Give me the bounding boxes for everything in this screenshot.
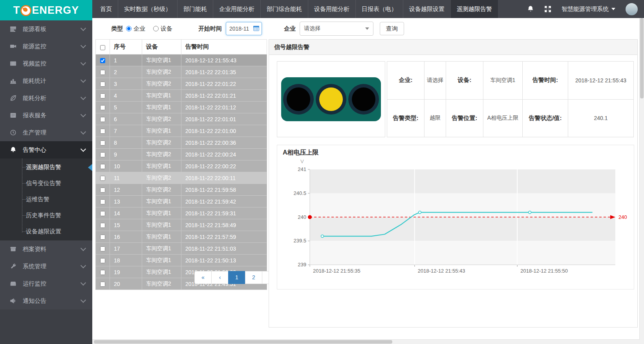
type-radio[interactable] <box>153 26 159 31</box>
page-button-«[interactable]: « <box>194 271 212 284</box>
page-button-2[interactable]: 2 <box>245 271 262 284</box>
row-checkbox[interactable] <box>100 105 105 110</box>
sidebar-item-2[interactable]: 视频监控 <box>0 55 92 72</box>
sidebar-item-1[interactable]: 能源监控 <box>0 38 92 55</box>
chart-band <box>310 241 615 265</box>
cell-device: 车间空调1 <box>142 160 181 172</box>
row-checkbox[interactable] <box>100 82 105 87</box>
top-nav-item-0[interactable]: 首页 <box>94 0 118 18</box>
row-checkbox[interactable] <box>100 282 105 287</box>
row-checkbox[interactable] <box>100 258 105 263</box>
sidebar-footer <box>0 309 92 344</box>
row-checkbox[interactable] <box>100 187 105 193</box>
tree-tick <box>22 231 26 232</box>
system-name-menu[interactable]: 智慧能源管理系统 <box>562 5 615 13</box>
table-row[interactable]: 18车间空调12018-11-22 21:50:13 <box>96 255 267 266</box>
type-radio[interactable] <box>126 26 132 31</box>
table-row[interactable]: 8车间空调22018-11-22 22:00:36 <box>96 137 267 149</box>
sidebar-subitem-7-4[interactable]: 设备越限设置 <box>0 224 92 240</box>
top-nav-item-1[interactable]: 实时数据（秒级） <box>118 0 177 18</box>
logo-prefix: T <box>13 4 20 16</box>
table-row[interactable]: 6车间空调22018-11-22 22:01:01 <box>96 113 267 125</box>
sidebar-item-9[interactable]: 系统管理 <box>0 258 92 275</box>
sidebar-item-7[interactable]: 告警中心 <box>0 141 92 158</box>
row-checkbox[interactable] <box>100 129 105 134</box>
table-row[interactable]: 5车间空调12018-11-22 22:01:12 <box>96 102 267 113</box>
row-checkbox[interactable] <box>100 199 105 204</box>
select-all-checkbox[interactable] <box>100 45 105 50</box>
row-checkbox[interactable] <box>100 152 105 157</box>
sidebar-item-0[interactable]: 能源看板 <box>0 20 92 38</box>
table-row[interactable]: 16车间空调12018-11-22 21:57:59 <box>96 231 267 243</box>
row-checkbox[interactable] <box>100 235 105 240</box>
top-nav-item-4[interactable]: 部门综合能耗 <box>260 0 308 18</box>
company-select[interactable]: 请选择 <box>300 22 373 36</box>
table-row[interactable]: 10车间空调12018-11-22 22:00:22 <box>96 160 267 172</box>
sidebar-item-10[interactable]: 运行监控 <box>0 275 92 292</box>
row-checkbox[interactable] <box>100 93 105 98</box>
table-row[interactable]: 11车间空调22018-11-22 22:00:11 <box>96 172 267 184</box>
type-radio-option-0[interactable]: 企业 <box>126 25 145 33</box>
cell-no: 15 <box>110 219 142 231</box>
row-checkbox[interactable] <box>100 223 105 228</box>
query-button[interactable]: 查询 <box>380 22 404 35</box>
table-row[interactable]: 13车间空调12018-11-22 21:59:42 <box>96 196 267 207</box>
calendar-icon[interactable] <box>253 25 259 31</box>
top-nav-item-3[interactable]: 企业用能分析 <box>213 0 260 18</box>
chevron-down-icon <box>80 43 86 48</box>
row-checkbox[interactable] <box>100 270 105 275</box>
info-value: 越限 <box>424 99 446 137</box>
avatar[interactable] <box>626 3 638 15</box>
row-checkbox[interactable] <box>100 58 105 63</box>
table-row[interactable]: 15车间空调12018-11-22 21:58:49 <box>96 219 267 231</box>
row-checkbox[interactable] <box>100 70 105 75</box>
top-nav-item-5[interactable]: 设备用能分析 <box>308 0 355 18</box>
horizontal-scrollbar-thumb[interactable] <box>94 340 392 344</box>
sidebar-item-8[interactable]: 档案资料 <box>0 240 92 258</box>
table-row[interactable]: 12车间空调22018-11-22 21:59:58 <box>96 184 267 196</box>
cell-no: 19 <box>110 266 142 278</box>
table-row[interactable]: 14车间空调12018-11-22 21:59:31 <box>96 207 267 219</box>
table-row[interactable]: 9车间空调22018-11-22 22:00:24 <box>96 149 267 160</box>
table-row[interactable]: 4车间空调12018-11-22 22:01:21 <box>96 90 267 102</box>
sidebar-subitem-7-1[interactable]: 信号变位告警 <box>0 175 92 191</box>
sidebar-item-label: 系统管理 <box>23 263 81 270</box>
alarm-table: 序号设备告警时间 1车间空调12018-12-12 21:55:432车间空调2… <box>95 39 267 290</box>
table-row[interactable]: 3车间空调22018-11-22 22:01:22 <box>96 78 267 90</box>
vertical-scrollbar[interactable] <box>639 18 644 344</box>
row-checkbox[interactable] <box>100 176 105 181</box>
sidebar-subitem-7-3[interactable]: 历史事件告警 <box>0 207 92 224</box>
row-checkbox[interactable] <box>100 140 105 146</box>
top-nav-item-8[interactable]: 遥测越限告警 <box>450 0 498 18</box>
sidebar-item-5[interactable]: 报表服务 <box>0 107 92 124</box>
row-checkbox[interactable] <box>100 211 105 216</box>
row-checkbox[interactable] <box>100 117 105 122</box>
tree-tick <box>22 199 26 200</box>
chevron-down-icon <box>80 95 86 100</box>
top-nav-item-6[interactable]: 日报表（电） <box>355 0 403 18</box>
page-button-1[interactable]: 1 <box>228 271 245 284</box>
row-checkbox[interactable] <box>100 246 105 251</box>
table-row[interactable]: 7车间空调12018-11-22 22:01:00 <box>96 125 267 137</box>
vertical-scrollbar-thumb[interactable] <box>640 18 644 98</box>
fullscreen-icon[interactable] <box>544 5 551 13</box>
sidebar-subitem-7-0[interactable]: 遥测越限告警 <box>0 159 92 175</box>
page-button-‹[interactable]: ‹ <box>211 271 229 284</box>
cell-no: 11 <box>110 172 142 184</box>
table-row[interactable]: 17车间空调12018-11-22 21:51:03 <box>96 243 267 255</box>
sidebar-item-6[interactable]: 生产管理 <box>0 124 92 141</box>
bell-icon[interactable] <box>527 5 534 13</box>
sidebar-item-3[interactable]: 能耗统计 <box>0 72 92 89</box>
sidebar-item-11[interactable]: 通知公告 <box>0 292 92 309</box>
sidebar-subitem-7-2[interactable]: 运维告警 <box>0 191 92 207</box>
table-row[interactable]: 2车间空调22018-11-22 22:01:35 <box>96 66 267 78</box>
top-nav-item-2[interactable]: 部门能耗 <box>177 0 213 18</box>
top-nav-item-7[interactable]: 设备越限设置 <box>403 0 450 18</box>
horizontal-scrollbar[interactable] <box>92 339 640 344</box>
table-row[interactable]: 1车间空调12018-12-12 21:55:43 <box>96 55 267 66</box>
row-checkbox[interactable] <box>100 164 105 169</box>
cell-no: 12 <box>110 184 142 196</box>
type-radio-option-1[interactable]: 设备 <box>153 25 172 33</box>
cell-device: 车间空调1 <box>142 243 181 255</box>
sidebar-item-4[interactable]: 能耗分析 <box>0 89 92 107</box>
